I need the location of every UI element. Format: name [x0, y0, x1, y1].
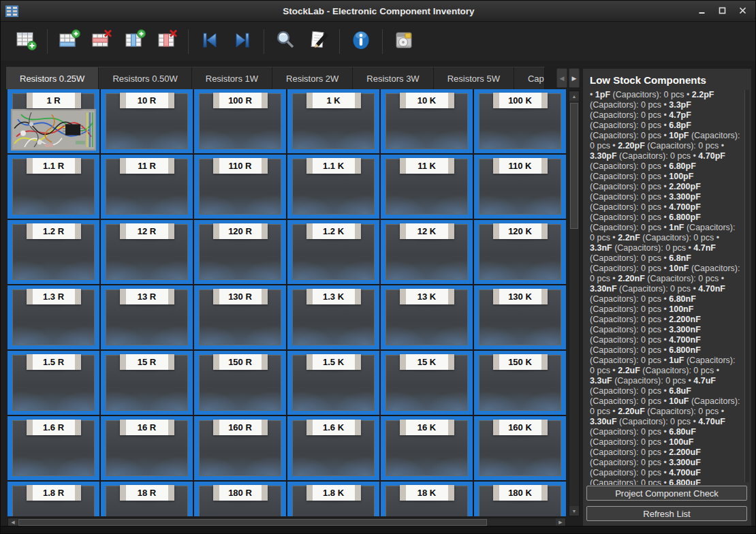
- bin-label: 1 R: [27, 93, 81, 108]
- bin-160-r[interactable]: 160 R: [194, 416, 286, 480]
- tab-resistors-3w[interactable]: Resistors 3W: [353, 67, 433, 89]
- bin-1-k[interactable]: 1 K: [287, 89, 379, 153]
- bin-1-5-k[interactable]: 1.5 K: [287, 351, 379, 415]
- label-cap-left: [120, 158, 126, 174]
- edit-button[interactable]: [302, 25, 334, 58]
- bin-120-k[interactable]: 120 K: [474, 220, 566, 284]
- horizontal-scrollbar-thumb[interactable]: [18, 519, 487, 526]
- app-icon: [5, 5, 18, 17]
- info-button[interactable]: [345, 25, 377, 58]
- bin-label: 1.1 R: [27, 158, 81, 174]
- tab-resistors-0-50w[interactable]: Resistors 0.50W: [99, 67, 191, 89]
- bin-1-8-k[interactable]: 1.8 K: [287, 482, 379, 516]
- bin-18-r[interactable]: 18 R: [101, 482, 193, 516]
- bin-16-k[interactable]: 16 K: [381, 416, 473, 480]
- bin-1-3-k[interactable]: 1.3 K: [287, 285, 379, 349]
- tab-resistors-1w[interactable]: Resistors 1W: [192, 67, 272, 89]
- bin-13-r[interactable]: 13 R: [101, 285, 193, 349]
- tab-scroll-left-button[interactable]: ◀: [556, 68, 567, 88]
- bin-1-2-k[interactable]: 1.2 K: [287, 220, 379, 284]
- tab-cap[interactable]: Cap: [514, 67, 545, 89]
- bin-label-text: 160 K: [499, 420, 541, 435]
- delete-column-button[interactable]: [151, 25, 183, 58]
- insert-row-button[interactable]: [52, 25, 85, 58]
- tab-resistors-0-25w[interactable]: Resistors 0.25W: [6, 67, 99, 89]
- bin-15-r[interactable]: 15 R: [101, 351, 193, 415]
- maximize-icon: [719, 6, 726, 16]
- refresh-list-button[interactable]: Refresh List: [586, 506, 747, 521]
- row-delete-icon: [89, 28, 114, 54]
- bin-1-1-r[interactable]: 1.1 R: [7, 155, 99, 219]
- bin-12-k[interactable]: 12 K: [381, 220, 473, 284]
- bin-label-text: 180 R: [219, 485, 262, 501]
- bin-11-r[interactable]: 11 R: [101, 155, 193, 219]
- bin-130-k[interactable]: 130 K: [474, 285, 566, 349]
- maximize-button[interactable]: [714, 4, 729, 18]
- bin-1-3-r[interactable]: 1.3 R: [7, 285, 99, 349]
- bin-16-r[interactable]: 16 R: [101, 416, 193, 480]
- bin-label: 100 R: [213, 93, 268, 108]
- bin-1-8-r[interactable]: 1.8 R: [7, 482, 99, 516]
- tab-resistors-2w[interactable]: Resistors 2W: [272, 67, 353, 89]
- bin-label: 11 R: [120, 158, 174, 174]
- tab-resistors-5w[interactable]: Resistors 5W: [434, 67, 514, 89]
- toolbar-separator: [47, 29, 48, 54]
- bin-15-k[interactable]: 15 K: [381, 351, 473, 415]
- bin-label-text: 13 K: [406, 289, 448, 304]
- bin-11-k[interactable]: 11 K: [381, 155, 473, 219]
- scroll-up-button[interactable]: ▲: [569, 91, 579, 101]
- scroll-down-button[interactable]: ▼: [569, 506, 579, 516]
- bin-1-6-r[interactable]: 1.6 R: [7, 416, 99, 480]
- bin-1-r[interactable]: 1 R: [7, 89, 99, 153]
- save-button[interactable]: [388, 25, 420, 58]
- bin-100-k[interactable]: 100 K: [474, 89, 566, 153]
- bin-160-k[interactable]: 160 K: [474, 416, 566, 480]
- new-table-button[interactable]: [10, 25, 42, 58]
- project-component-check-button[interactable]: Project Component Check: [586, 486, 747, 501]
- bin-150-r[interactable]: 150 R: [194, 351, 286, 415]
- bin-130-r[interactable]: 130 R: [194, 285, 286, 349]
- bin-10-k[interactable]: 10 K: [381, 89, 473, 153]
- close-button[interactable]: [735, 4, 750, 18]
- go-last-button[interactable]: [226, 25, 259, 58]
- component-value: 4.7nF: [693, 243, 716, 253]
- component-value: 1nF: [669, 223, 684, 232]
- vertical-scrollbar-thumb[interactable]: [570, 103, 578, 229]
- search-button[interactable]: [269, 25, 302, 58]
- tab-scroll-right-button[interactable]: ▶: [569, 68, 580, 88]
- bin-label-text: 1 K: [313, 93, 355, 108]
- bin-1-5-r[interactable]: 1.5 R: [7, 351, 99, 415]
- label-cap-left: [493, 158, 499, 174]
- vertical-scrollbar[interactable]: ▲ ▼: [569, 91, 580, 516]
- delete-row-button[interactable]: [85, 25, 118, 58]
- component-value: 2.200nF: [669, 315, 701, 324]
- bin-110-r[interactable]: 110 R: [194, 155, 286, 219]
- bin-1-1-k[interactable]: 1.1 K: [287, 155, 379, 219]
- low-stock-scrollbar-track[interactable]: [744, 90, 749, 482]
- label-cap-right: [75, 485, 81, 501]
- bin-label: 120 R: [213, 223, 268, 239]
- label-cap-right: [75, 158, 81, 174]
- bin-150-k[interactable]: 150 K: [474, 351, 566, 415]
- bin-10-r[interactable]: 10 R: [101, 89, 193, 153]
- insert-column-button[interactable]: [118, 25, 151, 58]
- bin-1-6-k[interactable]: 1.6 K: [287, 416, 379, 480]
- bin-1-2-r[interactable]: 1.2 R: [7, 220, 99, 284]
- label-cap-left: [120, 223, 126, 239]
- bin-13-k[interactable]: 13 K: [381, 285, 473, 349]
- bin-18-k[interactable]: 18 K: [381, 482, 473, 516]
- bin-label-text: 10 R: [126, 93, 168, 108]
- label-cap-right: [448, 485, 454, 501]
- bin-110-k[interactable]: 110 K: [474, 155, 566, 219]
- label-cap-right: [448, 420, 454, 435]
- bin-180-r[interactable]: 180 R: [194, 482, 286, 516]
- go-first-button[interactable]: [193, 25, 226, 58]
- bin-120-r[interactable]: 120 R: [194, 220, 286, 284]
- bin-label-text: 110 R: [219, 158, 262, 174]
- bin-180-k[interactable]: 180 K: [474, 482, 566, 516]
- component-value: 6.800nF: [669, 345, 701, 355]
- label-cap-right: [262, 158, 268, 174]
- bin-12-r[interactable]: 12 R: [101, 220, 193, 284]
- minimize-button[interactable]: [694, 4, 709, 18]
- bin-100-r[interactable]: 100 R: [194, 89, 286, 153]
